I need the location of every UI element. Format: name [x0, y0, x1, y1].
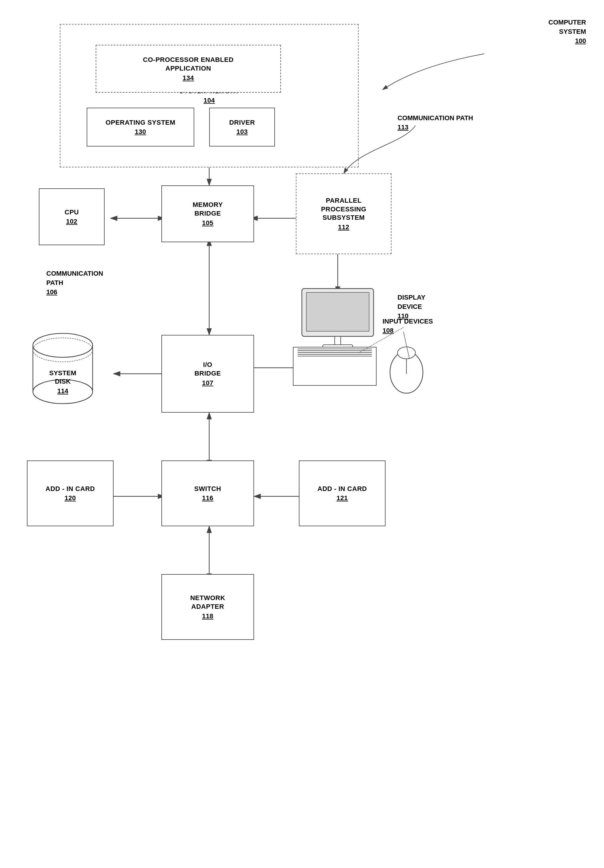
add-in-card-121-number: 121 — [336, 494, 348, 502]
add-in-card-120-number: 120 — [65, 494, 76, 502]
io-bridge-label: I/O BRIDGE — [195, 361, 221, 378]
svg-point-17 — [33, 333, 93, 357]
parallel-processing-number: 112 — [338, 223, 349, 231]
mouse-shape — [386, 344, 427, 395]
add-in-card-121-label: ADD - IN CARD — [317, 485, 367, 493]
svg-rect-14 — [306, 293, 369, 331]
coprocessor-label: CO-PROCESSOR ENABLED APPLICATION — [143, 56, 234, 73]
switch-label: SWITCH — [194, 485, 221, 493]
switch-number: 116 — [202, 494, 214, 502]
add-in-card-120-label: ADD - IN CARD — [45, 485, 95, 493]
io-bridge-number: 107 — [202, 379, 214, 387]
input-devices-annotation: INPUT DEVICES 108 — [383, 317, 433, 335]
os-label: OPERATING SYSTEM — [105, 118, 175, 127]
memory-bridge-box: MEMORY BRIDGE 105 — [161, 185, 254, 242]
add-in-card-120-box: ADD - IN CARD 120 — [27, 460, 113, 526]
svg-text:SYSTEM: SYSTEM — [49, 369, 76, 377]
switch-box: SWITCH 116 — [161, 460, 254, 526]
coprocessor-box: CO-PROCESSOR ENABLED APPLICATION 134 — [96, 45, 281, 93]
os-number: 130 — [135, 128, 146, 136]
driver-box: DRIVER 103 — [209, 108, 275, 147]
computer-system-annotation: COMPUTER SYSTEM 100 — [548, 18, 586, 45]
diagram-container: COMPUTER SYSTEM 100 SYSTEM MEMORY 104 CO… — [0, 0, 604, 868]
keyboard-shape — [293, 347, 376, 386]
system-memory-number: 104 — [203, 96, 215, 104]
memory-bridge-number: 105 — [202, 219, 214, 227]
display-device-monitor — [299, 287, 383, 353]
io-bridge-box: I/O BRIDGE 107 — [161, 335, 254, 412]
add-in-card-121-box: ADD - IN CARD 121 — [299, 460, 386, 526]
parallel-processing-box: PARALLEL PROCESSING SUBSYSTEM 112 — [296, 174, 392, 254]
coprocessor-number: 134 — [183, 74, 194, 82]
comm-path-106-annotation: COMMUNICATION PATH 106 — [46, 269, 103, 297]
svg-point-27 — [398, 347, 415, 359]
svg-text:DISK: DISK — [55, 378, 71, 385]
network-adapter-label: NETWORK ADAPTER — [190, 594, 225, 611]
parallel-processing-label: PARALLEL PROCESSING SUBSYSTEM — [321, 197, 366, 222]
comm-path-113-annotation: COMMUNICATION PATH 113 — [398, 114, 473, 132]
svg-rect-15 — [335, 336, 341, 345]
svg-text:114: 114 — [57, 387, 68, 395]
cpu-box: CPU 102 — [39, 188, 105, 245]
display-device-annotation: DISPLAY DEVICE 110 — [398, 293, 425, 321]
cpu-label: CPU — [65, 208, 79, 217]
network-adapter-box: NETWORK ADAPTER 118 — [161, 574, 254, 640]
network-adapter-number: 118 — [202, 612, 214, 620]
driver-number: 103 — [236, 128, 248, 136]
os-box: OPERATING SYSTEM 130 — [87, 108, 194, 147]
cpu-number: 102 — [66, 218, 77, 225]
system-disk: SYSTEM DISK 114 — [27, 329, 99, 412]
driver-label: DRIVER — [229, 118, 255, 127]
memory-bridge-label: MEMORY BRIDGE — [192, 201, 223, 218]
